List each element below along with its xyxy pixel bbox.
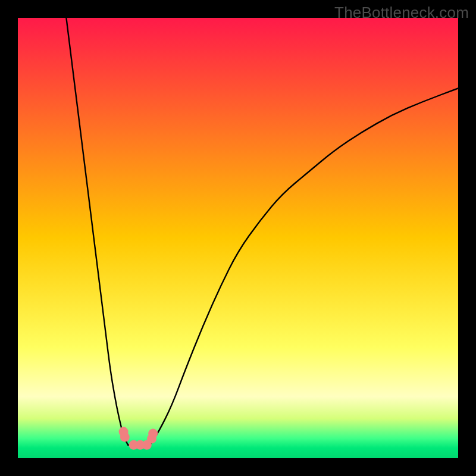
highlight-dot bbox=[120, 432, 130, 441]
plot-background bbox=[18, 18, 458, 458]
watermark-text: TheBottleneck.com bbox=[334, 4, 469, 22]
highlight-dot bbox=[148, 429, 158, 439]
chart-frame: TheBottleneck.com bbox=[0, 0, 476, 476]
chart-plot bbox=[18, 18, 458, 458]
